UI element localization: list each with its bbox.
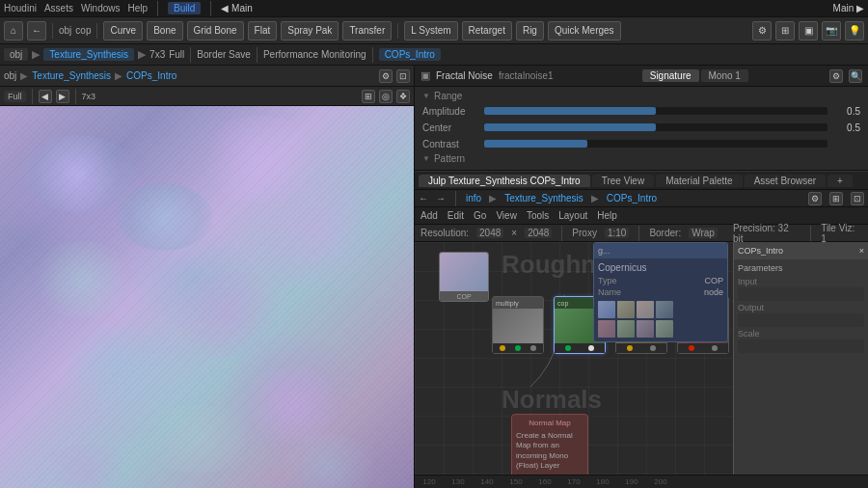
build-label: Build [168, 2, 201, 14]
thumbnail-node[interactable]: COP [439, 252, 489, 302]
btn-grid-bone[interactable]: Grid Bone [187, 21, 244, 41]
opt-resolution-sep: × [511, 228, 517, 238]
contrast-slider[interactable] [484, 140, 827, 148]
cops-panel-icon[interactable]: × [859, 246, 864, 256]
node-canvas[interactable]: Roughness COP multiply [415, 242, 868, 488]
viewport-icon-a[interactable]: ⊞ [362, 90, 375, 103]
menu-edit[interactable]: Edit [448, 210, 464, 221]
menu-windows[interactable]: Windows [81, 3, 121, 14]
fractal-settings-icon[interactable]: ⚙ [829, 69, 843, 83]
ne-settings-icon[interactable]: ⚙ [808, 192, 822, 205]
amplitude-slider[interactable] [484, 107, 827, 115]
tab-cops-intro[interactable]: COPs_Intro [379, 48, 441, 61]
tab-performance[interactable]: Performance Monitoring [263, 49, 366, 60]
node-multiply-thumb [493, 309, 543, 343]
icon-monitor[interactable]: ▣ [799, 21, 818, 41]
cops-panel-header: COPs_Intro × [734, 242, 868, 259]
icon-back[interactable]: ← [27, 21, 46, 41]
ne-sep2: ▶ [591, 193, 599, 203]
fractal-tab-signature[interactable]: Signature [642, 69, 699, 82]
ne-cops-intro[interactable]: COPs_Intro [607, 193, 657, 203]
viewport-settings-icon[interactable]: ⚙ [379, 69, 393, 83]
btn-bone[interactable]: Bone [147, 21, 182, 41]
node-4-ports [678, 343, 728, 353]
ne-info[interactable]: info [466, 193, 481, 203]
node-editor[interactable]: ← → info ▶ Texture_Synthesis ▶ COPs_Intr… [415, 190, 868, 488]
workspace-tab[interactable]: obj [59, 25, 71, 36]
viewport-icon-c[interactable]: ❖ [396, 90, 410, 103]
icon-grid[interactable]: ⊞ [775, 21, 795, 41]
btn-retarget[interactable]: Retarget [462, 21, 512, 41]
btn-spray-pak[interactable]: Spray Pak [281, 21, 339, 41]
tab-tree-view[interactable]: Tree View [592, 175, 654, 187]
contrast-row: Contrast [422, 136, 860, 151]
amplitude-row: Amplitude 0.5 [422, 103, 860, 119]
tab-texture-synthesis[interactable]: Texture_Synthesis [43, 48, 134, 61]
opt-proxy-label: Proxy [572, 228, 597, 238]
viewport-canvas[interactable] [0, 106, 414, 488]
menu-assets[interactable]: Assets [44, 3, 73, 14]
btn-transfer[interactable]: Transfer [342, 21, 392, 41]
right-panel: ▣ Fractal Noise fractalnoise1 Signature … [415, 66, 868, 488]
tab-julp[interactable]: Julp Texture_Synthesis COPs_Intro [419, 175, 590, 187]
ne-icon-forward[interactable]: → [436, 193, 446, 203]
ne-layout-icon[interactable]: ⊞ [829, 192, 843, 205]
btn-flat[interactable]: Flat [248, 21, 278, 41]
opt-resolution-w[interactable]: 2048 [476, 228, 503, 238]
tab-add[interactable]: + [827, 175, 853, 187]
tab-7x3[interactable]: 7x3 [149, 49, 165, 60]
menu-help[interactable]: Help [128, 3, 149, 14]
fractal-search-icon[interactable]: 🔍 [849, 69, 862, 83]
cops-panel: COPs_Intro × Parameters Input Output [733, 242, 868, 488]
menu-tools[interactable]: Tools [527, 210, 549, 221]
menu-houdini[interactable]: Houdini [4, 3, 37, 14]
icon-camera[interactable]: 📷 [822, 21, 841, 41]
menu-go[interactable]: Go [474, 210, 486, 221]
opt-proxy-val[interactable]: 1:10 [605, 228, 629, 238]
viewport-texture[interactable]: Texture_Synthesis [32, 70, 111, 81]
menu-layout[interactable]: Layout [558, 210, 587, 221]
btn-rig[interactable]: Rig [516, 21, 544, 41]
ne-icon-back[interactable]: ← [419, 193, 428, 203]
btn-l-system[interactable]: L System [404, 21, 457, 41]
icon-light[interactable]: 💡 [845, 21, 864, 41]
viewport-maximize-icon[interactable]: ⊡ [396, 69, 410, 83]
viewport-menu-view[interactable]: obj [4, 70, 16, 81]
settings-key-1: Type [598, 276, 617, 285]
tab-full[interactable]: Full [169, 49, 184, 60]
settings-title: g... [598, 246, 610, 256]
viewport-ctrl-2[interactable]: ▶ [56, 90, 69, 103]
menu-help[interactable]: Help [597, 210, 617, 221]
menu-add[interactable]: Add [420, 210, 438, 221]
viewport-cops-intro[interactable]: COPs_Intro [126, 70, 176, 81]
tab-material-palette[interactable]: Material Palette [656, 175, 742, 187]
viewport-ctrl-full[interactable]: Full [4, 91, 26, 102]
fractal-tab-mono[interactable]: Mono 1 [701, 69, 748, 82]
tex-5 [598, 320, 615, 338]
thumb-label: COP [440, 291, 488, 301]
range-section-header[interactable]: ▼ Range [422, 91, 860, 101]
btn-curve[interactable]: Curve [103, 21, 143, 41]
viewport-ctrl-1[interactable]: ◀ [39, 90, 52, 103]
node-multiply[interactable]: multiply [492, 296, 544, 354]
pattern-section-header[interactable]: ▼ Pattern [422, 153, 860, 164]
fractal-noise-panel: ▣ Fractal Noise fractalnoise1 Signature … [415, 66, 868, 171]
tab-border-save[interactable]: Border Save [197, 49, 251, 60]
icon-home[interactable]: ⌂ [4, 21, 23, 41]
viewport-icon-b[interactable]: ◎ [379, 90, 393, 103]
workspace-cop[interactable]: cop [75, 25, 91, 36]
ne-maximize-icon[interactable]: ⊡ [851, 192, 864, 205]
opt-border-val[interactable]: Wrap [689, 228, 718, 238]
tab-obj[interactable]: obj [4, 48, 28, 61]
ne-texture-synthesis[interactable]: Texture_Synthesis [504, 193, 583, 203]
breadcrumb-separator: ▶ [32, 48, 40, 61]
port-yellow-3 [627, 345, 633, 351]
port-gray-3 [650, 345, 656, 351]
center-slider[interactable] [484, 123, 827, 131]
tab-asset-browser[interactable]: Asset Browser [745, 175, 826, 187]
opt-resolution-h[interactable]: 2048 [525, 228, 552, 238]
menu-view[interactable]: View [496, 210, 517, 221]
btn-quick-merges[interactable]: Quick Merges [548, 21, 621, 41]
thumb-node-inner[interactable]: COP [439, 252, 489, 302]
icon-settings[interactable]: ⚙ [752, 21, 772, 41]
